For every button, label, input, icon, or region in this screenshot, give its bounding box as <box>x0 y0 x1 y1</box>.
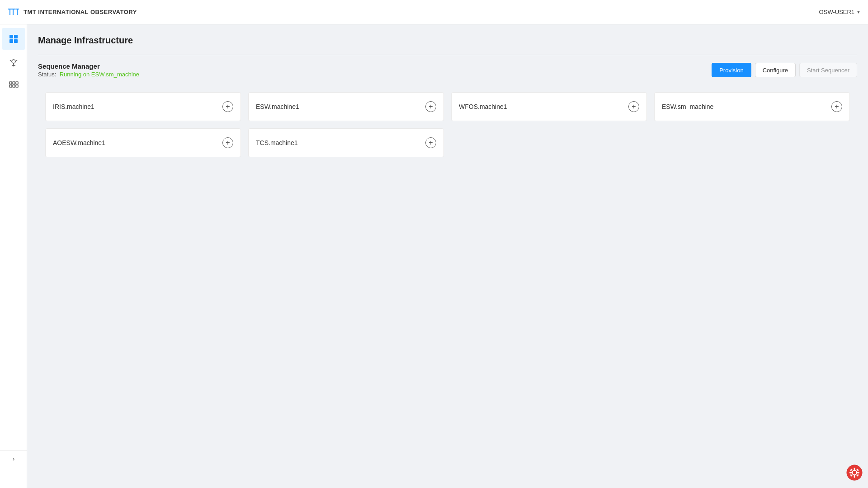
svg-rect-24 <box>854 475 855 478</box>
machine-name-tcs-machine1: TCS.machine1 <box>256 139 298 146</box>
svg-rect-3 <box>12 9 15 9</box>
main-content: Manage Infrastructure Sequence Manager S… <box>27 24 868 488</box>
seq-manager-title: Sequence Manager <box>38 62 139 70</box>
machine-card-aoesw-machine1[interactable]: AOESW.machine1+ <box>45 128 241 157</box>
svg-rect-8 <box>9 39 13 43</box>
apps-icon <box>9 81 19 91</box>
status-label: Status: <box>38 71 56 78</box>
top-header: TMT INTERNATIONAL OBSERVATORY OSW-USER1 … <box>0 0 868 24</box>
svg-rect-5 <box>17 9 18 15</box>
svg-rect-1 <box>9 9 10 15</box>
machine-name-esw-sm-machine: ESW.sm_machine <box>662 103 713 110</box>
machine-card-tcs-machine1[interactable]: TCS.machine1+ <box>248 128 444 157</box>
status-badge: Running on ESW.sm_machine <box>60 71 139 78</box>
svg-rect-18 <box>9 85 12 87</box>
sidebar-item-observations[interactable] <box>2 52 25 73</box>
start-sequencer-button[interactable]: Start Sequencer <box>799 63 857 77</box>
machines-container: IRIS.machine1+ESW.machine1+WFOS.machine1… <box>38 85 857 164</box>
logo-area: TMT INTERNATIONAL OBSERVATORY <box>7 6 137 19</box>
chevron-down-icon: ▼ <box>856 9 861 14</box>
add-machine-icon-esw-machine1[interactable]: + <box>425 101 436 112</box>
svg-rect-17 <box>16 82 18 84</box>
svg-point-21 <box>847 465 862 480</box>
sidebar-item-apps[interactable] <box>2 75 25 97</box>
svg-rect-26 <box>857 472 859 474</box>
svg-rect-6 <box>9 35 13 38</box>
add-machine-icon-wfos-machine1[interactable]: + <box>628 101 639 112</box>
svg-rect-23 <box>854 468 855 470</box>
username-label: OSW-USER1 <box>819 9 855 15</box>
body-layout: › Manage Infrastructure Sequence Manager… <box>0 24 868 488</box>
svg-rect-15 <box>9 82 12 84</box>
machine-name-wfos-machine1: WFOS.machine1 <box>459 103 507 110</box>
svg-point-10 <box>12 60 15 63</box>
user-menu[interactable]: OSW-USER1 ▼ <box>819 9 861 15</box>
svg-rect-7 <box>14 35 18 38</box>
machine-card-esw-sm-machine[interactable]: ESW.sm_machine+ <box>654 92 850 121</box>
settings-gear-icon[interactable] <box>846 465 863 483</box>
machine-card-iris-machine1[interactable]: IRIS.machine1+ <box>45 92 241 121</box>
svg-rect-19 <box>13 85 15 87</box>
infrastructure-icon <box>9 34 19 44</box>
add-machine-icon-tcs-machine1[interactable]: + <box>425 137 436 148</box>
machine-card-wfos-machine1[interactable]: WFOS.machine1+ <box>451 92 647 121</box>
add-machine-icon-iris-machine1[interactable]: + <box>222 101 233 112</box>
svg-rect-2 <box>13 9 14 15</box>
machine-name-iris-machine1: IRIS.machine1 <box>53 103 94 110</box>
sidebar-item-infrastructure[interactable] <box>2 28 25 50</box>
provision-button[interactable]: Provision <box>712 63 751 77</box>
seq-manager-info: Sequence Manager Status: Running on ESW.… <box>38 62 139 78</box>
svg-line-13 <box>10 60 12 61</box>
page-title: Manage Infrastructure <box>38 35 857 46</box>
machine-card-esw-machine1[interactable]: ESW.machine1+ <box>248 92 444 121</box>
chevron-right-icon: › <box>13 455 15 462</box>
machine-name-esw-machine1: ESW.machine1 <box>256 103 299 110</box>
svg-rect-16 <box>13 82 15 84</box>
sidebar-expand-button[interactable]: › <box>0 450 27 466</box>
sequence-manager-bar: Sequence Manager Status: Running on ESW.… <box>38 62 857 78</box>
svg-rect-9 <box>14 39 18 43</box>
svg-rect-25 <box>849 472 852 474</box>
seq-manager-status: Status: Running on ESW.sm_machine <box>38 71 139 78</box>
add-machine-icon-aoesw-machine1[interactable]: + <box>222 137 233 148</box>
machine-name-aoesw-machine1: AOESW.machine1 <box>53 139 105 146</box>
seq-manager-actions: Provision Configure Start Sequencer <box>712 63 857 77</box>
svg-line-14 <box>15 60 17 61</box>
machine-grid: IRIS.machine1+ESW.machine1+WFOS.machine1… <box>45 92 850 157</box>
add-machine-icon-esw-sm-machine[interactable]: + <box>831 101 842 112</box>
sidebar: › <box>0 24 27 488</box>
section-divider <box>38 55 857 55</box>
app-title: TMT INTERNATIONAL OBSERVATORY <box>24 9 137 15</box>
svg-rect-20 <box>16 85 18 87</box>
configure-button[interactable]: Configure <box>755 63 796 77</box>
tmt-logo-icon <box>7 6 20 19</box>
observations-icon <box>9 57 19 67</box>
